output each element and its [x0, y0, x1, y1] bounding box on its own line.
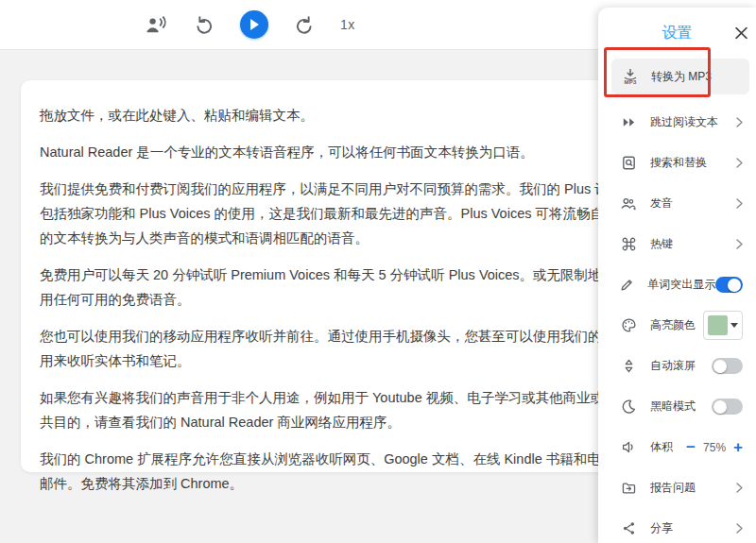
settings-item-dark-mode[interactable]: 黑暗模式	[598, 386, 756, 427]
paragraph: 如果您有兴趣将我们的声音用于非个人用途，例如用于 Youtube 视频、电子学习…	[40, 385, 626, 434]
voice-select-icon[interactable]	[144, 14, 168, 35]
autoscroll-icon	[619, 358, 638, 374]
caret-down-icon	[730, 323, 738, 328]
toggle-knob	[728, 279, 741, 292]
chevron-right-icon	[736, 198, 743, 209]
volume-value: 75%	[703, 441, 726, 454]
chevron-right-icon	[736, 158, 743, 168]
search-replace-icon	[619, 155, 638, 171]
paragraph: Natural Reader 是一个专业的文本转语音程序，可以将任何书面文本转换…	[40, 140, 626, 164]
skip-forward-icon	[619, 114, 638, 130]
report-folder-icon	[619, 480, 638, 496]
toolbar-controls: 1x	[144, 10, 355, 39]
moon-icon	[619, 399, 638, 415]
paragraph: 拖放文件，或在此处键入、粘贴和编辑文本。	[40, 103, 626, 127]
volume-decrease-button[interactable]: −	[686, 439, 696, 455]
settings-title: 设置	[662, 24, 693, 43]
volume-stepper: − 75% +	[686, 439, 743, 455]
volume-increase-button[interactable]: +	[733, 439, 743, 455]
rewind-icon[interactable]	[194, 14, 215, 35]
convert-to-mp3-button[interactable]: MP3 转换为 MP3	[611, 59, 749, 94]
paragraph: 我们提供免费和付费订阅我们的应用程序，以满足不同用户对不同预算的需求。我们的 P…	[40, 177, 626, 250]
pencil-icon	[619, 277, 635, 293]
play-button[interactable]	[240, 10, 268, 39]
chevron-right-icon	[736, 117, 743, 127]
settings-item-hotkeys[interactable]: 热键	[598, 224, 756, 264]
paragraph: 我们的 Chrome 扩展程序允许您直接从浏览器收听网页、Google 文档、在…	[40, 447, 626, 496]
settings-item-volume: 体积 − 75% +	[598, 427, 756, 467]
word-highlight-toggle[interactable]	[715, 277, 743, 293]
share-icon	[619, 520, 638, 536]
settings-item-highlight-color[interactable]: 高亮颜色	[598, 305, 756, 346]
toggle-knob	[713, 360, 727, 373]
forward-icon[interactable]	[294, 14, 315, 35]
document-editor[interactable]: 拖放文件，或在此处键入、粘贴和编辑文本。 Natural Reader 是一个专…	[21, 80, 644, 472]
convert-mp3-label: 转换为 MP3	[651, 69, 712, 85]
speaker-icon	[619, 439, 638, 455]
settings-item-share[interactable]: 分享	[598, 508, 756, 543]
settings-header: 设置	[598, 17, 756, 49]
download-mp3-icon: MP3	[619, 69, 642, 85]
settings-item-word-highlight[interactable]: 单词突出显示	[598, 264, 756, 305]
settings-item-report-problem[interactable]: 报告问题	[598, 467, 756, 508]
command-icon	[619, 236, 638, 252]
toggle-knob	[713, 400, 727, 414]
chevron-right-icon	[736, 483, 743, 493]
paragraph: 免费用户可以每天 20 分钟试听 Premium Voices 和每天 5 分钟…	[40, 263, 626, 312]
speed-button[interactable]: 1x	[340, 17, 355, 32]
palette-icon	[619, 317, 638, 333]
chevron-right-icon	[736, 239, 743, 249]
settings-rows: 跳过阅读文本 搜索和替换	[598, 102, 756, 543]
settings-item-autoscroll[interactable]: 自动滚屏	[598, 346, 756, 386]
close-icon[interactable]	[735, 27, 747, 40]
paragraph: 您也可以使用我们的移动应用程序收听并前往。通过使用手机摄像头，您甚至可以使用我们…	[40, 324, 626, 373]
settings-panel: 设置 MP3 转换为 MP3 跳过阅读文本	[598, 8, 756, 543]
autoscroll-toggle[interactable]	[712, 358, 743, 374]
chevron-right-icon	[736, 523, 743, 534]
voices-icon	[619, 195, 638, 212]
highlight-color-picker[interactable]	[703, 311, 743, 340]
dark-mode-toggle[interactable]	[712, 399, 743, 415]
settings-item-search-replace[interactable]: 搜索和替换	[598, 143, 756, 183]
color-swatch-green	[708, 315, 728, 335]
settings-item-pronunciation[interactable]: 发音	[598, 183, 756, 224]
mp3-icon-text: MP3	[625, 80, 637, 85]
settings-item-skip-reading[interactable]: 跳过阅读文本	[598, 102, 756, 143]
